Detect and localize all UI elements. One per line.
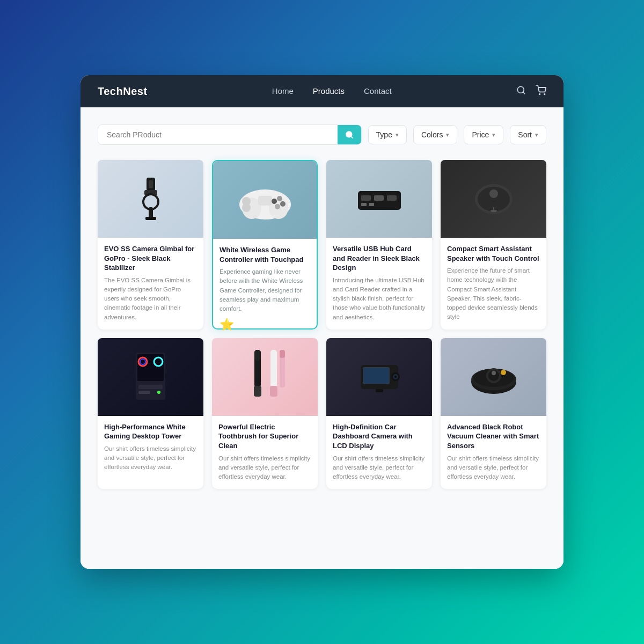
product-image-dashcam [326,338,432,416]
svg-point-20 [280,201,286,207]
product-card-usb[interactable]: Versatile USB Hub Card and Reader in Sle… [326,160,432,330]
product-info-controller: White Wireless Game Controller with Touc… [213,239,317,321]
search-wrapper [98,125,362,145]
product-info-pc: High-Performance White Gaming Desktop To… [98,416,203,480]
svg-point-60 [492,371,496,375]
svg-point-32 [491,210,497,212]
product-card-speaker[interactable]: Compact Smart Assistant Speaker with Tou… [441,160,546,330]
nav-contact[interactable]: Contact [364,86,392,96]
product-card-pc[interactable]: High-Performance White Gaming Desktop To… [98,338,203,489]
search-button[interactable] [338,125,361,144]
svg-rect-26 [361,203,367,206]
svg-rect-25 [387,195,397,201]
product-info-toothbrush: Powerful Electric Toothbrush for Superio… [212,416,318,489]
product-card-vacuum[interactable]: Advanced Black Robot Vacuum Cleaner with… [441,338,546,489]
product-title-speaker: Compact Smart Assistant Speaker with Tou… [447,244,540,263]
product-info-vacuum: Advanced Black Robot Vacuum Cleaner with… [441,416,546,489]
type-filter[interactable]: Type ▾ [368,125,407,144]
svg-rect-23 [361,195,371,201]
sort-filter[interactable]: Sort ▾ [510,125,546,144]
svg-rect-11 [145,217,156,220]
product-title-toothbrush: Powerful Electric Toothbrush for Superio… [218,422,311,451]
product-desc-toothbrush: Our shirt offers timeless simplicity and… [218,454,311,482]
svg-rect-24 [374,195,384,201]
product-desc-pc: Our shirt offers timeless simplicity and… [104,444,197,472]
product-title-dashcam: High-Definition Car Dashboard Camera wit… [333,422,426,451]
product-desc-speaker: Experience the future of smart home tech… [447,266,540,322]
svg-rect-54 [376,389,383,392]
price-filter[interactable]: Price ▾ [464,125,503,144]
product-image-toothbrush [212,338,318,416]
svg-point-52 [394,376,397,378]
product-desc-dashcam: Our shirt offers timeless simplicity and… [333,454,426,482]
brand-logo: TechNest [98,85,148,98]
product-card-dashcam[interactable]: High-Definition Car Dashboard Camera wit… [326,338,432,489]
cart-icon[interactable] [536,85,546,98]
product-card-gimbal[interactable]: EVO SS Camera Gimbal for GoPro - Sleek B… [98,160,203,330]
product-desc-usb: Introducing the ultimate USB Hub and Car… [333,276,426,322]
product-desc-gimbal: The EVO SS Camera Gimbal is expertly des… [104,276,197,322]
star-badge: ⭐ [219,318,234,332]
product-image-speaker [441,160,546,238]
svg-point-21 [275,204,280,209]
chevron-down-icon: ▾ [492,131,495,138]
product-desc-vacuum: Our shirt offers timeless simplicity and… [447,454,540,482]
chevron-down-icon: ▾ [446,131,449,138]
filter-bar: Type ▾ Colors ▾ Price ▾ Sort ▾ [98,125,546,145]
product-title-gimbal: EVO SS Camera Gimbal for GoPro - Sleek B… [104,244,197,273]
svg-line-1 [523,92,524,93]
svg-point-2 [539,93,540,94]
svg-point-9 [143,194,158,209]
product-card-controller[interactable]: White Wireless Game Controller with Touc… [212,160,318,330]
nav-links: Home Products Contact [272,86,392,96]
svg-rect-53 [364,368,389,383]
svg-rect-27 [369,203,374,206]
browser-window: TechNest Home Products Contact [80,75,564,569]
search-icon[interactable] [516,85,526,98]
svg-point-30 [489,189,498,198]
svg-point-40 [157,391,160,394]
product-image-usb [326,160,432,238]
product-title-usb: Versatile USB Hub Card and Reader in Sle… [333,244,426,273]
nav-products[interactable]: Products [313,86,345,96]
chevron-down-icon: ▾ [396,131,399,138]
product-info-gimbal: EVO SS Camera Gimbal for GoPro - Sleek B… [98,238,203,330]
main-content: Type ▾ Colors ▾ Price ▾ Sort ▾ [80,107,564,569]
product-title-controller: White Wireless Game Controller with Touc… [219,245,310,264]
search-input[interactable] [98,125,338,144]
product-info-speaker: Compact Smart Assistant Speaker with Tou… [441,238,546,330]
svg-rect-7 [149,180,153,188]
product-info-dashcam: High-Definition Car Dashboard Camera wit… [326,416,432,489]
svg-rect-44 [270,350,277,387]
chevron-down-icon: ▾ [535,131,538,138]
product-info-usb: Versatile USB Hub Card and Reader in Sle… [326,238,432,330]
product-image-pc [98,338,203,416]
product-title-pc: High-Performance White Gaming Desktop To… [104,422,197,441]
svg-rect-39 [138,391,150,394]
svg-point-61 [501,370,506,375]
navbar: TechNest Home Products Contact [80,75,564,107]
product-desc-controller: Experience gaming like never before with… [219,267,310,313]
products-grid: EVO SS Camera Gimbal for GoPro - Sleek B… [98,160,546,489]
svg-rect-38 [138,385,163,389]
product-image-gimbal [98,160,203,238]
svg-point-3 [544,93,545,94]
svg-point-17 [242,203,251,212]
svg-point-19 [277,196,282,201]
navbar-icons [516,85,546,98]
svg-rect-45 [270,386,277,397]
product-card-toothbrush[interactable]: Powerful Electric Toothbrush for Superio… [212,338,318,489]
nav-home[interactable]: Home [272,86,294,96]
svg-line-5 [351,136,353,138]
product-image-controller [213,161,317,239]
svg-rect-42 [254,350,261,361]
svg-rect-47 [280,350,285,358]
product-image-vacuum [441,338,546,416]
colors-filter[interactable]: Colors ▾ [413,125,457,144]
svg-point-18 [272,199,277,204]
product-title-vacuum: Advanced Black Robot Vacuum Cleaner with… [447,422,540,451]
svg-rect-43 [254,386,261,397]
svg-rect-15 [258,196,272,206]
